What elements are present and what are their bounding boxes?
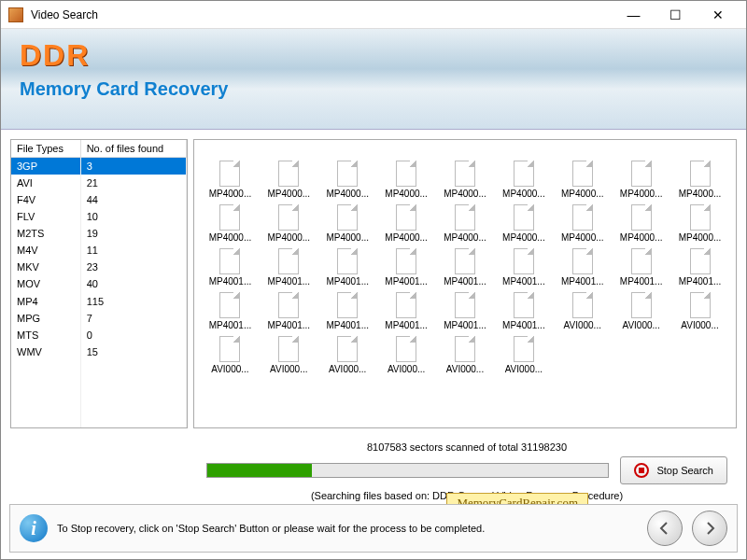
list-item[interactable]: AVI000... xyxy=(613,288,669,330)
list-item[interactable]: MP4001... xyxy=(202,245,259,287)
file-label: MP4001... xyxy=(379,276,433,287)
table-row[interactable]: AVI21 xyxy=(11,175,187,191)
file-icon xyxy=(278,248,299,274)
footer-hint-text: To Stop recovery, click on 'Stop Search'… xyxy=(57,523,638,534)
chevron-right-icon xyxy=(702,521,717,536)
list-item[interactable]: AVI000... xyxy=(378,332,435,374)
list-item[interactable]: MP4001... xyxy=(613,245,669,287)
file-label: AVI000... xyxy=(261,364,316,374)
list-item[interactable]: MP4001... xyxy=(261,245,317,287)
table-row[interactable]: M4V11 xyxy=(11,242,187,259)
list-item[interactable]: AVI000... xyxy=(202,332,259,374)
main-content: File Types No. of files found 3GP3AVI21F… xyxy=(1,130,746,438)
file-icon xyxy=(690,292,711,318)
file-count-cell: 115 xyxy=(81,293,187,310)
list-item[interactable]: MP4000... xyxy=(554,157,611,199)
list-item[interactable]: MP4001... xyxy=(378,245,435,287)
file-icon xyxy=(572,204,593,231)
file-results-panel[interactable]: MP4000...MP4000...MP4000...MP4000...MP40… xyxy=(193,139,737,428)
list-item[interactable]: AVI000... xyxy=(261,332,317,374)
table-row[interactable]: F4V44 xyxy=(11,191,187,208)
list-item[interactable]: MP4000... xyxy=(495,157,552,199)
table-row[interactable]: MTS0 xyxy=(11,327,187,343)
list-item[interactable]: MP4000... xyxy=(437,157,494,199)
list-item[interactable]: MP4000... xyxy=(319,201,376,243)
list-item[interactable]: MP4001... xyxy=(437,288,494,330)
list-item[interactable]: MP4000... xyxy=(613,157,669,199)
nav-forward-button[interactable] xyxy=(692,511,727,546)
file-icon xyxy=(278,161,299,187)
list-item[interactable]: MP4001... xyxy=(437,245,494,287)
list-item[interactable]: MP4000... xyxy=(671,201,728,243)
list-item[interactable]: MP4000... xyxy=(495,201,552,243)
file-label: MP4001... xyxy=(320,276,374,287)
file-label: MP4000... xyxy=(673,232,727,243)
partial-row-cutoff xyxy=(202,144,728,155)
table-row[interactable]: MOV40 xyxy=(11,275,187,292)
file-icon xyxy=(690,248,711,274)
list-item[interactable]: AVI000... xyxy=(319,332,376,374)
col-file-types[interactable]: File Types xyxy=(11,140,81,158)
table-row-empty xyxy=(11,394,187,411)
file-label: MP4000... xyxy=(497,232,551,243)
footer-bar: i To Stop recovery, click on 'Stop Searc… xyxy=(9,504,738,553)
brand-logo: DDR xyxy=(20,38,727,73)
list-item[interactable]: MP4001... xyxy=(319,288,376,330)
info-icon: i xyxy=(20,514,48,542)
list-item[interactable]: MP4001... xyxy=(261,288,317,330)
list-item[interactable]: AVI000... xyxy=(554,288,611,330)
list-item[interactable]: MP4000... xyxy=(613,201,669,243)
file-icon xyxy=(337,204,358,231)
file-icon xyxy=(337,248,358,274)
list-item[interactable]: MP4000... xyxy=(378,201,435,243)
maximize-button[interactable]: ☐ xyxy=(655,2,697,28)
list-item[interactable]: MP4000... xyxy=(261,157,317,199)
list-item[interactable]: AVI000... xyxy=(437,332,494,374)
file-type-cell: FLV xyxy=(11,208,81,225)
table-row[interactable]: MPG7 xyxy=(11,310,187,327)
list-item[interactable]: MP4000... xyxy=(671,157,728,199)
file-type-cell: F4V xyxy=(11,191,81,208)
list-item[interactable]: MP4001... xyxy=(378,288,435,330)
list-item[interactable]: MP4001... xyxy=(554,245,611,287)
list-item[interactable]: MP4001... xyxy=(319,245,376,287)
list-item[interactable]: MP4001... xyxy=(495,245,552,287)
file-label: MP4001... xyxy=(320,320,374,330)
file-label: AVI000... xyxy=(673,320,727,330)
table-row[interactable]: MP4115 xyxy=(11,293,187,310)
stop-search-button[interactable]: Stop Search xyxy=(620,456,727,484)
list-item xyxy=(671,332,728,374)
file-type-cell: 3GP xyxy=(11,158,81,175)
file-type-cell: M4V xyxy=(11,242,81,259)
file-icon xyxy=(455,204,475,231)
file-icon xyxy=(514,336,534,362)
file-icon xyxy=(514,292,534,318)
progress-fill xyxy=(207,464,312,477)
table-row[interactable]: MKV23 xyxy=(11,259,187,275)
file-label: MP4000... xyxy=(497,189,551,199)
list-item[interactable]: AVI000... xyxy=(495,332,552,374)
table-row[interactable]: 3GP3 xyxy=(11,158,187,175)
nav-back-button[interactable] xyxy=(647,511,683,546)
list-item[interactable]: MP4000... xyxy=(261,201,317,243)
list-item[interactable]: MP4000... xyxy=(378,157,435,199)
col-files-found[interactable]: No. of files found xyxy=(81,140,187,158)
list-item[interactable]: MP4001... xyxy=(671,245,728,287)
list-item[interactable]: MP4000... xyxy=(554,201,611,243)
table-row[interactable]: M2TS19 xyxy=(11,225,187,242)
file-icon xyxy=(572,292,593,318)
list-item[interactable]: MP4000... xyxy=(319,157,376,199)
table-row[interactable]: FLV10 xyxy=(11,208,187,225)
list-item[interactable]: MP4000... xyxy=(202,201,259,243)
file-icon xyxy=(572,161,593,187)
list-item[interactable]: MP4001... xyxy=(202,288,259,330)
minimize-button[interactable]: — xyxy=(613,2,655,28)
close-button[interactable]: ✕ xyxy=(697,2,739,28)
list-item[interactable]: AVI000... xyxy=(671,288,728,330)
file-icon xyxy=(396,161,416,187)
list-item[interactable]: MP4001... xyxy=(495,288,552,330)
file-icon xyxy=(631,204,652,231)
list-item[interactable]: MP4000... xyxy=(202,157,259,199)
list-item[interactable]: MP4000... xyxy=(437,201,494,243)
table-row[interactable]: WMV15 xyxy=(11,343,187,360)
